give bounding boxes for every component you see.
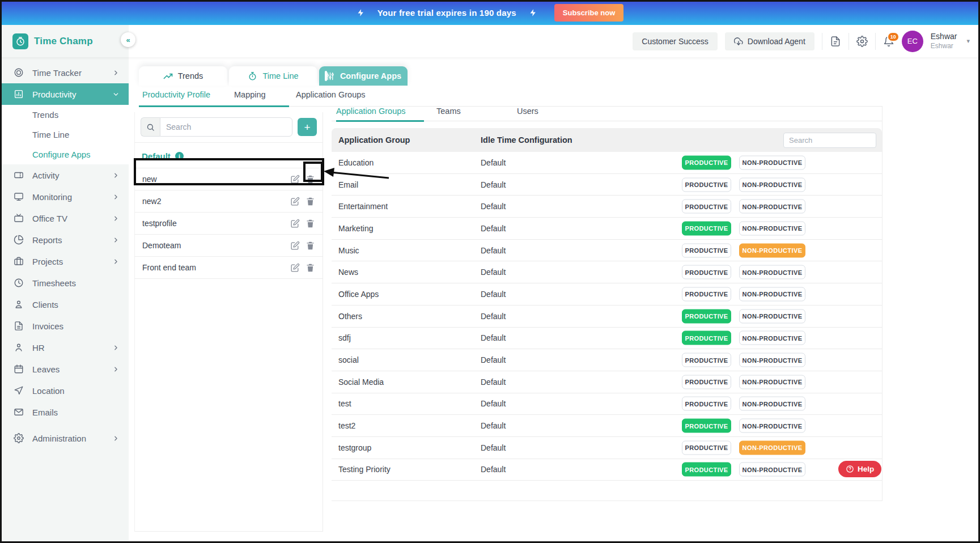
- productive-button[interactable]: PRODUCTIVE: [682, 287, 731, 301]
- productive-button[interactable]: PRODUCTIVE: [682, 463, 731, 477]
- brand-area: Time Champ: [0, 25, 129, 57]
- productive-button[interactable]: PRODUCTIVE: [682, 177, 731, 192]
- tab-mapping[interactable]: Mapping: [234, 90, 266, 99]
- productive-button[interactable]: PRODUCTIVE: [682, 200, 731, 214]
- download-agent-button[interactable]: Download Agent: [725, 32, 814, 50]
- tab-productivity-profile[interactable]: Productivity Profile: [142, 90, 210, 99]
- divider: [849, 33, 849, 50]
- group-row-others: OthersDefaultPRODUCTIVENON-PRODUCTIVE: [332, 306, 882, 328]
- non-productive-button[interactable]: NON-PRODUCTIVE: [739, 287, 805, 301]
- edit-icon[interactable]: [290, 219, 300, 228]
- sidebar-item-time-tracker[interactable]: Time Tracker: [0, 62, 129, 83]
- sidebar-item-administration[interactable]: Administration: [0, 427, 129, 449]
- sidebar-item-reports[interactable]: Reports: [0, 229, 129, 251]
- non-productive-button[interactable]: NON-PRODUCTIVE: [739, 375, 805, 389]
- tab-application-groups[interactable]: Application Groups: [336, 107, 406, 116]
- tab-time-line[interactable]: Time Line: [229, 66, 317, 86]
- sidebar-item-emails[interactable]: Emails: [0, 401, 129, 423]
- profile-row-new[interactable]: new: [135, 168, 323, 190]
- non-productive-button[interactable]: NON-PRODUCTIVE: [739, 353, 805, 367]
- document-icon[interactable]: [830, 36, 841, 47]
- non-productive-button[interactable]: NON-PRODUCTIVE: [739, 221, 805, 235]
- person-icon: [14, 342, 24, 353]
- productive-button[interactable]: PRODUCTIVE: [682, 331, 731, 345]
- tab-configure-apps[interactable]: Configure Apps: [319, 66, 408, 86]
- customer-success-button[interactable]: Customer Success: [633, 32, 717, 50]
- group-row-news: NewsDefaultPRODUCTIVENON-PRODUCTIVE: [332, 261, 882, 283]
- subscribe-now-button[interactable]: Subscribe now: [554, 4, 623, 22]
- calendar-icon: [14, 364, 24, 374]
- sidebar-collapse-button[interactable]: «: [121, 32, 135, 47]
- non-productive-button[interactable]: NON-PRODUCTIVE: [739, 419, 805, 433]
- sidebar-item-timesheets[interactable]: Timesheets: [0, 272, 129, 294]
- sidebar-item-productivity[interactable]: Productivity: [0, 83, 129, 105]
- idle-time-configuration: Default: [481, 312, 506, 321]
- non-productive-button[interactable]: NON-PRODUCTIVE: [739, 177, 805, 192]
- help-button[interactable]: Help: [838, 461, 881, 477]
- profile-name: Demoteam: [142, 241, 285, 250]
- profile-row-front-end-team[interactable]: Front end team: [135, 257, 323, 279]
- profile-row-demoteam[interactable]: Demoteam: [135, 235, 323, 257]
- profile-row-new2[interactable]: new2: [135, 190, 323, 213]
- sidebar-item-invoices[interactable]: Invoices: [0, 315, 129, 337]
- edit-icon[interactable]: [290, 197, 300, 206]
- productive-button[interactable]: PRODUCTIVE: [682, 309, 731, 323]
- sidebar-subitem-configure-apps[interactable]: Configure Apps: [0, 145, 129, 164]
- non-productive-button[interactable]: NON-PRODUCTIVE: [739, 331, 805, 345]
- sidebar-item-projects[interactable]: Projects: [0, 251, 129, 272]
- group-row-entertainment: EntertainmentDefaultPRODUCTIVENON-PRODUC…: [332, 196, 882, 218]
- sidebar-subitem-trends[interactable]: Trends: [0, 105, 129, 125]
- chevron-down-icon[interactable]: ▾: [966, 37, 970, 45]
- trash-icon[interactable]: [306, 263, 315, 273]
- edit-icon[interactable]: [290, 175, 300, 184]
- productive-button[interactable]: PRODUCTIVE: [682, 397, 731, 411]
- sidebar-item-activity[interactable]: Activity: [0, 164, 129, 186]
- productive-button[interactable]: PRODUCTIVE: [682, 265, 731, 279]
- sidebar-subitem-time-line[interactable]: Time Line: [0, 125, 129, 145]
- productive-button[interactable]: PRODUCTIVE: [682, 353, 731, 367]
- add-profile-button[interactable]: +: [298, 118, 317, 136]
- tab-trends[interactable]: Trends: [139, 66, 227, 86]
- info-icon[interactable]: i: [175, 152, 184, 160]
- productive-button[interactable]: PRODUCTIVE: [682, 419, 731, 433]
- tab-teams[interactable]: Teams: [436, 107, 461, 116]
- group-name: Others: [338, 312, 362, 321]
- avatar[interactable]: EC: [902, 31, 923, 52]
- notifications-bell-icon[interactable]: 10: [883, 36, 894, 47]
- sidebar-item-location[interactable]: Location: [0, 380, 129, 401]
- non-productive-button[interactable]: NON-PRODUCTIVE: [739, 200, 805, 214]
- trash-icon[interactable]: [306, 241, 315, 251]
- productive-button[interactable]: PRODUCTIVE: [682, 375, 731, 389]
- groups-search-input[interactable]: [783, 133, 876, 148]
- sidebar-item-hr[interactable]: HR: [0, 337, 129, 358]
- trash-icon[interactable]: [306, 219, 315, 228]
- trash-icon[interactable]: [306, 197, 315, 206]
- chevron-right-icon: [112, 69, 120, 77]
- productive-button[interactable]: PRODUCTIVE: [682, 440, 731, 455]
- sidebar-item-monitoring[interactable]: Monitoring: [0, 186, 129, 207]
- tab-application-groups[interactable]: Application Groups: [296, 90, 366, 99]
- edit-icon[interactable]: [290, 241, 300, 251]
- profile-search-input[interactable]: [160, 117, 292, 137]
- non-productive-button[interactable]: NON-PRODUCTIVE: [739, 440, 805, 455]
- non-productive-button[interactable]: NON-PRODUCTIVE: [739, 265, 805, 279]
- sidebar-item-leaves[interactable]: Leaves: [0, 358, 129, 380]
- sidebar-item-office-tv[interactable]: Office TV: [0, 207, 129, 229]
- non-productive-button[interactable]: NON-PRODUCTIVE: [739, 155, 805, 169]
- non-productive-button[interactable]: NON-PRODUCTIVE: [739, 463, 805, 477]
- productive-button[interactable]: PRODUCTIVE: [682, 155, 731, 169]
- productive-button[interactable]: PRODUCTIVE: [682, 221, 731, 235]
- non-productive-button[interactable]: NON-PRODUCTIVE: [739, 243, 805, 257]
- idle-time-configuration: Default: [481, 421, 506, 430]
- non-productive-button[interactable]: NON-PRODUCTIVE: [739, 309, 805, 323]
- sidebar-item-clients[interactable]: Clients: [0, 294, 129, 315]
- trash-icon[interactable]: [306, 175, 315, 184]
- profile-row-testprofile[interactable]: testprofile: [135, 213, 323, 235]
- productive-button[interactable]: PRODUCTIVE: [682, 243, 731, 257]
- target-icon: [14, 67, 24, 78]
- tab-users[interactable]: Users: [517, 107, 538, 116]
- settings-gear-icon[interactable]: [856, 36, 868, 47]
- non-productive-button[interactable]: NON-PRODUCTIVE: [739, 397, 805, 411]
- edit-icon[interactable]: [290, 263, 300, 273]
- trending-icon: [163, 71, 173, 81]
